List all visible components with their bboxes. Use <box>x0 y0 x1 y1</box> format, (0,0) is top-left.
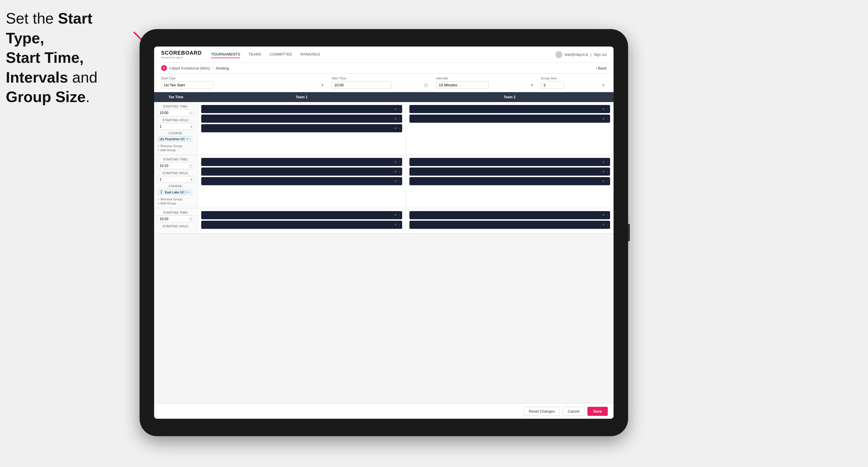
player-remove[interactable]: ✕ <box>394 223 397 226</box>
player-remove[interactable]: ✕ <box>602 107 605 111</box>
course-remove-1[interactable]: × <box>186 137 188 141</box>
nav-committee[interactable]: COMMITTEE <box>270 51 292 58</box>
table-row: STARTING TIME: 🕐 STARTING HOLE: ✕ › ✕ › <box>154 208 614 234</box>
player-remove[interactable]: ✕ <box>394 160 397 164</box>
player-remove[interactable]: ✕ <box>602 213 605 217</box>
th-team1: Team 1 <box>198 92 406 102</box>
course-label-1: COURSE: <box>158 132 194 135</box>
starting-hole-label-2: STARTING HOLE: <box>158 172 194 175</box>
player-expand[interactable]: › <box>399 107 400 111</box>
group-size-select-wrap: 3 2 4 <box>541 81 607 89</box>
player-expand[interactable]: › <box>399 223 400 226</box>
tee-col-3: STARTING TIME: 🕐 STARTING HOLE: <box>154 208 198 233</box>
course-edit-1[interactable]: › <box>189 137 190 141</box>
starting-time-input-wrap-1: 🕐 <box>158 109 194 116</box>
starting-hole-label-1: STARTING HOLE: <box>158 119 194 122</box>
player-expand[interactable]: › <box>607 160 608 164</box>
course-label-2: COURSE: <box>158 185 194 188</box>
player-remove[interactable]: ✕ <box>394 213 397 217</box>
player-remove[interactable]: ✕ <box>602 117 605 121</box>
player-expand[interactable]: › <box>399 179 400 183</box>
clock-icon-3: 🕐 <box>189 217 192 220</box>
add-group-2[interactable]: +Add Group <box>158 201 194 205</box>
user-email: blair@clipp'd.ie <box>565 53 588 57</box>
player-expand[interactable]: › <box>607 117 608 120</box>
tee-col-2: STARTING TIME: 🕐 STARTING HOLE: 110 COUR… <box>154 155 198 208</box>
player-remove[interactable]: ✕ <box>602 170 605 174</box>
player-expand[interactable]: › <box>399 213 400 217</box>
player-row: ✕ › <box>201 167 402 176</box>
player-remove[interactable]: ✕ <box>394 126 397 130</box>
sign-out-link[interactable]: Sign out <box>594 53 607 57</box>
player-expand[interactable]: › <box>399 170 400 173</box>
clock-icon-1: 🕐 <box>189 112 192 115</box>
nav-rankings[interactable]: RANKINGS <box>300 51 320 58</box>
player-expand[interactable]: › <box>607 179 608 183</box>
player-row: ✕ › <box>409 115 610 123</box>
team1-col-1: ✕ › ✕ › ✕ › <box>198 102 406 155</box>
team2-col-2: ✕ › ✕ › ✕ › <box>406 155 614 208</box>
team1-col-3: ✕ › ✕ › <box>198 208 406 233</box>
player-remove[interactable]: ✕ <box>394 179 397 183</box>
start-type-select[interactable]: 1st Tee Start Shotgun Start <box>161 81 213 89</box>
team2-col-3: ✕ › ✕ › <box>406 208 614 233</box>
table-row: STARTING TIME: 🕐 STARTING HOLE: 110 COUR… <box>154 155 614 208</box>
cancel-button[interactable]: Cancel <box>563 407 584 416</box>
nav-teams[interactable]: TEAMS <box>248 51 261 58</box>
tablet-frame: SCOREBOARD Powered by clipp'd TOURNAMENT… <box>140 29 628 436</box>
breadcrumb-tournament[interactable]: Clippd Invitational (Mon) <box>169 66 210 70</box>
nav-links: TOURNAMENTS TEAMS COMMITTEE RANKINGS <box>211 51 555 58</box>
th-tee-time: Tee Time <box>154 92 198 102</box>
player-expand[interactable]: › <box>607 170 608 173</box>
player-row: ✕ › <box>409 221 610 229</box>
course-name-2: East Lake GC <box>165 190 185 194</box>
back-button[interactable]: ‹ Back <box>596 66 607 70</box>
add-group-1[interactable]: +Add Group <box>158 148 194 152</box>
player-remove[interactable]: ✕ <box>394 117 397 121</box>
save-button[interactable]: Save <box>587 407 608 416</box>
player-remove[interactable]: ✕ <box>394 107 397 111</box>
breadcrumb-bar: C Clippd Invitational (Mon) › Hosting ‹ … <box>154 63 614 73</box>
th-team2: Team 2 <box>406 92 614 102</box>
intervals-select-wrap: 10 Minutes 8 Minutes 12 Minutes <box>436 81 535 89</box>
player-expand[interactable]: › <box>399 160 400 164</box>
logo-text: SCOREBOARD <box>161 50 202 56</box>
start-type-field: Start Type 1st Tee Start Shotgun Start <box>161 76 326 89</box>
remove-group-2[interactable]: ○Remove Group <box>158 197 194 201</box>
starting-hole-label-3: STARTING HOLE: <box>158 225 194 228</box>
starting-time-input-wrap-3: 🕐 <box>158 215 194 222</box>
intervals-select[interactable]: 10 Minutes 8 Minutes 12 Minutes <box>436 81 489 89</box>
player-remove[interactable]: ✕ <box>602 179 605 183</box>
course-remove-2[interactable]: × <box>186 190 188 194</box>
starting-hole-select-1[interactable]: 110 <box>158 123 194 130</box>
nav-tournaments[interactable]: TOURNAMENTS <box>211 51 240 58</box>
player-row: ✕ › <box>409 211 610 219</box>
start-time-input-wrap: 🕐 <box>332 81 430 89</box>
logo-area: SCOREBOARD Powered by clipp'd <box>161 50 202 59</box>
remove-group-1[interactable]: ○Remove Group <box>158 144 194 148</box>
group-size-select[interactable]: 3 2 4 <box>541 81 564 89</box>
tablet-side-button <box>628 224 630 241</box>
table-header: Tee Time Team 1 Team 2 <box>154 92 614 102</box>
player-expand[interactable]: › <box>607 213 608 217</box>
player-row: ✕ › <box>201 211 402 219</box>
start-time-label: Start Time <box>332 76 430 80</box>
player-expand[interactable]: › <box>607 223 608 226</box>
player-row: ✕ › <box>201 221 402 229</box>
player-row: ✕ › <box>409 105 610 113</box>
player-row: ✕ › <box>201 124 402 132</box>
player-row: ✕ › <box>409 158 610 166</box>
starting-hole-select-2[interactable]: 110 <box>158 176 194 183</box>
player-remove[interactable]: ✕ <box>602 223 605 226</box>
reset-changes-button[interactable]: Reset Changes <box>524 407 560 416</box>
course-edit-2[interactable]: › <box>189 190 190 194</box>
player-expand[interactable]: › <box>399 117 400 120</box>
player-expand[interactable]: › <box>607 107 608 111</box>
starting-time-label-3: STARTING TIME: <box>158 211 194 214</box>
start-time-input[interactable] <box>332 81 392 89</box>
player-expand[interactable]: › <box>399 126 400 130</box>
player-remove[interactable]: ✕ <box>602 160 605 164</box>
player-remove[interactable]: ✕ <box>394 170 397 174</box>
tablet-screen: SCOREBOARD Powered by clipp'd TOURNAMENT… <box>154 46 614 419</box>
starting-hole-select-wrap-1: 110 <box>158 123 194 130</box>
